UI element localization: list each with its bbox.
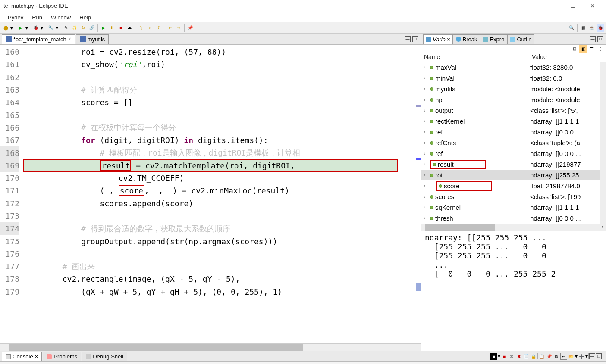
maximize-view-icon[interactable]: □: [596, 353, 602, 359]
scroll-lock-icon[interactable]: 🔒: [530, 353, 537, 360]
minimize-button[interactable]: —: [543, 0, 563, 12]
refresh-icon[interactable]: ↻: [79, 24, 87, 32]
close-button[interactable]: ✕: [583, 0, 603, 12]
menu-icon[interactable]: ⋮: [597, 45, 604, 53]
variable-row[interactable]: ›ref_ndarray: [[0 0 0 ...: [421, 148, 600, 159]
step-into-icon[interactable]: ⤵: [137, 24, 145, 32]
close-tab-icon[interactable]: ×: [68, 36, 71, 42]
code-line[interactable]: [23, 109, 415, 121]
run-icon[interactable]: ▶: [17, 24, 25, 32]
expander-icon[interactable]: ›: [424, 151, 428, 156]
code-line[interactable]: cv2.rectangle(image, (gX - 5, gY - 5),: [23, 273, 415, 285]
minimize-view-icon[interactable]: —: [589, 353, 595, 359]
maximize-view-icon[interactable]: □: [597, 36, 603, 42]
terminate2-icon[interactable]: ■: [501, 353, 508, 360]
search-icon[interactable]: 🔍: [568, 24, 575, 32]
perspective-debug-icon[interactable]: 🐞: [597, 24, 604, 32]
expander-icon[interactable]: ›: [424, 87, 428, 91]
code-line[interactable]: [23, 210, 415, 222]
tab-console[interactable]: Console ×: [2, 352, 42, 361]
variable-row[interactable]: ›scores<class 'list'>: [199: [421, 191, 600, 202]
editor-hscroll[interactable]: [0, 343, 421, 351]
terminate-icon[interactable]: ■: [490, 353, 497, 360]
terminate-icon[interactable]: ■: [117, 24, 125, 32]
code-line[interactable]: # 模板匹配，roi是输入图像，digitROI是模板，计算相: [23, 146, 415, 159]
code-line[interactable]: # 画出来: [23, 260, 415, 273]
code-line[interactable]: # 得到最合适的数字，获取最大系数的顺序: [23, 222, 415, 235]
nav-fwd-icon[interactable]: ⇨: [175, 24, 182, 32]
variables-hscroll[interactable]: ›: [421, 224, 606, 231]
pencil-icon[interactable]: ✎: [62, 24, 70, 32]
tab-variables[interactable]: Varia ×: [423, 34, 453, 44]
tab-breakpoints[interactable]: Break: [453, 34, 480, 44]
expander-icon[interactable]: ›: [424, 194, 428, 199]
variable-row[interactable]: ›npmodule: <module: [421, 94, 600, 105]
variable-row[interactable]: ›roindarray: [[255 25: [421, 170, 600, 180]
minimize-view-icon[interactable]: —: [590, 36, 596, 42]
step-over-icon[interactable]: ⤼: [146, 24, 154, 32]
code-line[interactable]: # 计算匹配得分: [23, 84, 415, 96]
variables-vscroll[interactable]: [600, 62, 606, 224]
perspective-java-icon[interactable]: ☕: [588, 24, 596, 32]
maximize-button[interactable]: ☐: [563, 0, 583, 12]
display-console-icon[interactable]: 🖥: [553, 353, 560, 360]
tree-icon[interactable]: ☰: [588, 45, 596, 53]
value-detail[interactable]: ndarray: [[255 255 255 ... [255 255 255 …: [421, 231, 606, 351]
pin-icon[interactable]: 📌: [186, 24, 194, 32]
code-line[interactable]: [23, 71, 415, 84]
expander-icon[interactable]: ›: [424, 97, 428, 102]
code-line[interactable]: scores = []: [23, 96, 415, 109]
code-line[interactable]: (_, score, _, _) = cv2.minMaxLoc(result): [23, 184, 415, 197]
resume-icon[interactable]: ▶: [100, 24, 107, 32]
expander-icon[interactable]: ›: [424, 76, 428, 81]
code-line[interactable]: result = cv2.matchTemplate(roi, digitROI…: [23, 159, 398, 172]
maximize-view-icon[interactable]: □: [412, 36, 418, 42]
word-wrap-icon[interactable]: ↩: [560, 353, 567, 360]
wand-icon[interactable]: ✨: [71, 24, 78, 32]
close-tab-icon[interactable]: ×: [35, 353, 38, 360]
code-line[interactable]: cv2.TM_CCOEFF): [23, 172, 415, 184]
expander-icon[interactable]: ›: [424, 119, 428, 124]
variable-row[interactable]: ›rectKernelndarray: [[1 1 1 1: [421, 116, 600, 127]
tab-outline[interactable]: Outlin: [507, 34, 534, 44]
code-editor[interactable]: 1601611621631641651661671681691701711721…: [0, 45, 421, 343]
close-tab-icon[interactable]: ×: [447, 36, 450, 43]
tab-expressions[interactable]: Expre: [480, 34, 507, 44]
tab-problems[interactable]: Problems: [43, 352, 81, 361]
expander-icon[interactable]: ›: [424, 140, 428, 145]
tab-debug-shell[interactable]: Debug Shell: [82, 352, 127, 361]
perspective-open-icon[interactable]: ▦: [579, 24, 587, 32]
expander-icon[interactable]: ›: [424, 162, 428, 167]
code-line[interactable]: for (digit, digitROI) in digits.items():: [23, 134, 415, 146]
minimize-view-icon[interactable]: —: [405, 36, 411, 42]
col-value[interactable]: Value: [529, 53, 606, 62]
open-console-icon[interactable]: 📂: [568, 353, 575, 360]
editor-tab-myutils[interactable]: myutils: [76, 34, 109, 44]
variable-row[interactable]: ›maxValfloat32: 3280.0: [421, 62, 600, 73]
step-return-icon[interactable]: ⤴: [154, 24, 162, 32]
code-line[interactable]: groupOutput.append(str(np.argmax(scores)…: [23, 235, 415, 247]
remove-launch-icon[interactable]: ✖: [515, 353, 522, 360]
variable-row[interactable]: ›refndarray: [[0 0 0 ...: [421, 127, 600, 137]
debug-icon[interactable]: 🐞: [32, 24, 40, 32]
variable-row[interactable]: ›sqKernelndarray: [[1 1 1 1: [421, 202, 600, 213]
pin-console-icon[interactable]: 📌: [546, 353, 553, 360]
show-type-icon[interactable]: ◧: [579, 45, 587, 53]
variable-row[interactable]: ›minValfloat32: 0.0: [421, 73, 600, 84]
remove-all-icon[interactable]: ✖: [508, 353, 515, 360]
expander-icon[interactable]: ›: [424, 108, 428, 113]
skip-breakpoints-icon[interactable]: ⬤: [2, 24, 9, 32]
tool-icon[interactable]: 🔧: [47, 24, 55, 32]
expander-icon[interactable]: ›: [424, 173, 428, 177]
variable-row[interactable]: ›resultndarray: [[219877: [421, 159, 600, 170]
menu-run[interactable]: Run: [28, 13, 47, 22]
expander-icon[interactable]: ›: [424, 205, 428, 210]
variable-row[interactable]: ›output<class 'list'>: ['5',: [421, 105, 600, 116]
menu-pydev[interactable]: Pydev: [3, 13, 28, 22]
menu-window[interactable]: Window: [47, 13, 75, 22]
expander-icon[interactable]: ›: [424, 65, 428, 70]
collapse-all-icon[interactable]: ⊟: [571, 45, 578, 53]
expander-icon[interactable]: ›: [424, 130, 428, 134]
nav-back-icon[interactable]: ⇦: [166, 24, 174, 32]
new-console-icon[interactable]: ➕: [578, 353, 585, 360]
